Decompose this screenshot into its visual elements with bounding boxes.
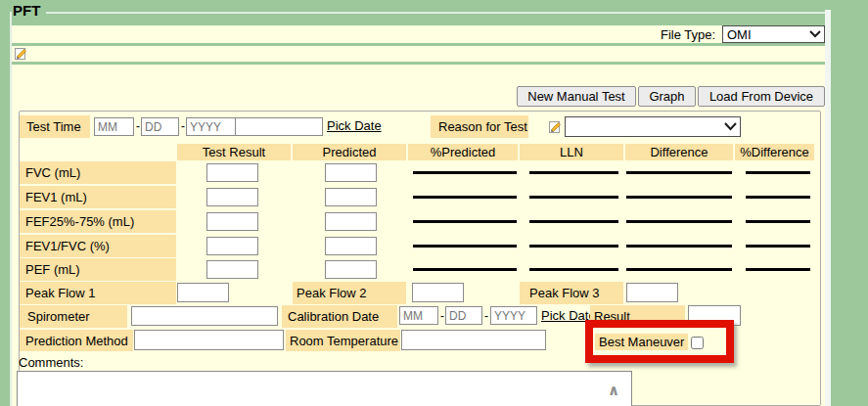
empty-value-line: [413, 220, 517, 223]
col-header-test-result: Test Result: [177, 144, 291, 160]
edit-pencil-icon[interactable]: [15, 47, 27, 60]
empty-value-line: [529, 171, 618, 174]
empty-value-line: [529, 220, 618, 223]
row-label: FVC (mL): [20, 161, 176, 184]
empty-value-line: [626, 268, 732, 271]
pef-test-result-input[interactable]: [206, 260, 258, 279]
test-time-pick-date-link[interactable]: Pick Date: [327, 118, 382, 133]
table-row-fvc: FVC (mL): [0, 161, 868, 184]
peak-flow-2-label: Peak Flow 2: [293, 282, 406, 304]
fef-predicted-input[interactable]: [325, 212, 377, 231]
test-time-month-input[interactable]: [94, 117, 134, 136]
comments-textarea[interactable]: [17, 371, 632, 406]
new-manual-test-button[interactable]: New Manual Test: [517, 86, 636, 107]
empty-value-line: [746, 196, 810, 199]
test-time-row: Test Time - - Pick Date Reason for Test: [0, 115, 868, 138]
calibration-year-input[interactable]: [490, 306, 537, 325]
load-from-device-button[interactable]: Load From Device: [698, 86, 825, 107]
empty-value-line: [746, 220, 810, 223]
file-type-select[interactable]: OMI: [722, 25, 825, 43]
date-separator: -: [136, 119, 140, 133]
room-temperature-input[interactable]: [401, 330, 546, 350]
peak-flow-1-input[interactable]: [177, 283, 229, 302]
peak-flow-row: Peak Flow 1 Peak Flow 2 Peak Flow 3: [0, 282, 868, 304]
empty-value-line: [626, 171, 732, 174]
table-row-fef: FEF25%-75% (mL): [0, 210, 868, 233]
table-row-fev1-fvc: FEV1/FVC (%): [0, 235, 868, 257]
empty-value-line: [626, 245, 732, 248]
fvc-predicted-input[interactable]: [325, 163, 377, 182]
reason-edit-pencil-icon[interactable]: [549, 120, 562, 133]
room-temperature-label: Room Temperature: [286, 330, 400, 351]
empty-value-line: [746, 245, 810, 248]
spirometer-label: Spirometer: [20, 305, 127, 328]
row-label: PEF (mL): [20, 258, 176, 281]
fef-test-result-input[interactable]: [206, 212, 258, 231]
peak-flow-1-label: Peak Flow 1: [20, 282, 176, 304]
calibration-pick-date-link[interactable]: Pick Date: [541, 308, 596, 323]
best-maneuver-label: Best Maneuver: [595, 334, 688, 350]
page-title: PFT: [13, 2, 40, 19]
pft-screen: PFT File Type: OMI New Manual Test Graph…: [0, 0, 868, 406]
fev1-test-result-input[interactable]: [206, 188, 258, 206]
pef-predicted-input[interactable]: [325, 260, 377, 279]
empty-value-line: [413, 268, 517, 271]
result-label: Result: [590, 305, 685, 328]
prediction-method-input[interactable]: [134, 330, 284, 350]
prediction-method-label: Prediction Method: [20, 330, 133, 351]
empty-value-line: [413, 171, 517, 174]
date-separator: -: [181, 119, 185, 133]
date-separator: -: [440, 309, 444, 323]
calibration-date-label: Calibration Date: [282, 305, 397, 328]
empty-value-line: [529, 268, 618, 271]
row-label: FEV1/FVC (%): [20, 235, 176, 257]
file-type-label: File Type:: [661, 27, 715, 42]
peak-flow-3-input[interactable]: [626, 283, 678, 302]
fev1-predicted-input[interactable]: [325, 188, 377, 206]
row-label: FEV1 (mL): [20, 186, 176, 208]
test-time-time-input[interactable]: [235, 117, 323, 136]
edit-row: [12, 46, 825, 62]
reason-for-test-select[interactable]: [565, 116, 741, 137]
empty-value-line: [413, 196, 517, 199]
result-input[interactable]: [688, 305, 741, 326]
spirometer-input[interactable]: [131, 306, 278, 326]
graph-button[interactable]: Graph: [638, 86, 696, 107]
col-header-lln: LLN: [520, 144, 623, 160]
test-time-day-input[interactable]: [141, 117, 179, 136]
col-header-predicted: Predicted: [293, 144, 406, 160]
fvc-test-result-input[interactable]: [206, 163, 258, 182]
col-header-pct-predicted: %Predicted: [408, 144, 518, 160]
empty-value-line: [413, 245, 517, 248]
reason-for-test-label: Reason for Test: [431, 115, 528, 138]
chevron-down-icon: [809, 30, 821, 38]
table-row-pef: PEF (mL): [0, 258, 868, 281]
file-type-value: OMI: [727, 27, 752, 42]
comments-label: Comments:: [19, 355, 83, 370]
file-type-row: File Type: OMI: [12, 25, 825, 43]
empty-value-line: [746, 171, 810, 174]
row-label: FEF25%-75% (mL): [20, 210, 176, 233]
col-header-pct-difference: %Difference: [735, 144, 814, 160]
peak-flow-2-input[interactable]: [412, 283, 464, 302]
scrollbar-up-icon[interactable]: ∧: [608, 382, 619, 399]
peak-flow-3-label: Peak Flow 3: [520, 282, 623, 304]
spirometer-row: Spirometer Calibration Date - - Pick Dat…: [0, 305, 868, 328]
fieldset-border-top: [46, 12, 825, 14]
fev1fvc-predicted-input[interactable]: [325, 237, 377, 255]
table-row-fev1: FEV1 (mL): [0, 186, 868, 208]
calibration-month-input[interactable]: [399, 306, 438, 325]
fev1fvc-test-result-input[interactable]: [206, 237, 258, 255]
test-time-label: Test Time: [20, 115, 90, 138]
date-separator: -: [484, 309, 488, 323]
chevron-down-icon: [724, 122, 737, 131]
test-time-year-input[interactable]: [186, 117, 236, 136]
prediction-row: Prediction Method Room Temperature Best …: [0, 330, 868, 352]
best-maneuver-checkbox[interactable]: [691, 337, 704, 349]
empty-value-line: [626, 196, 732, 199]
empty-value-line: [529, 196, 618, 199]
empty-value-line: [746, 268, 810, 271]
calibration-day-input[interactable]: [445, 306, 482, 325]
empty-value-line: [529, 245, 618, 248]
empty-value-line: [626, 220, 732, 223]
